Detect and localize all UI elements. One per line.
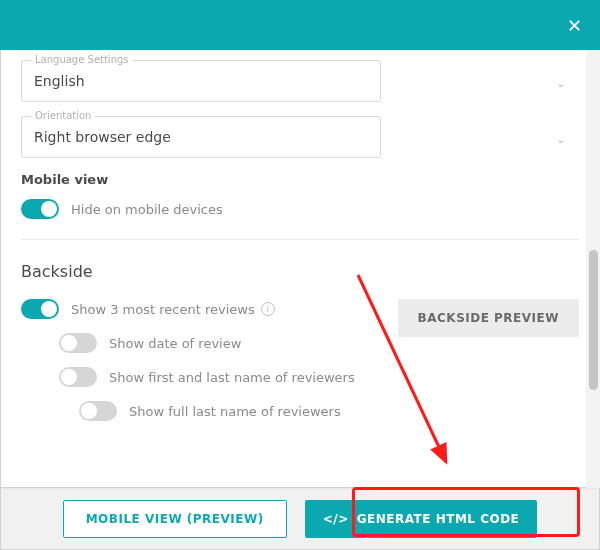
show-names-row: Show first and last name of reviewers [59, 367, 398, 387]
show-recent-toggle[interactable] [21, 299, 59, 319]
mobile-preview-button[interactable]: MOBILE VIEW (PREVIEW) [63, 500, 287, 538]
generate-label: GENERATE HTML CODE [357, 512, 520, 526]
code-icon: </> [323, 512, 349, 526]
backside-preview-button[interactable]: BACKSIDE PREVIEW [398, 299, 579, 337]
show-names-label: Show first and last name of reviewers [109, 370, 355, 385]
divider [21, 239, 579, 240]
orientation-label: Orientation [31, 110, 95, 121]
backside-row: Show 3 most recent reviews i Show date o… [21, 299, 579, 435]
show-full-last-row: Show full last name of reviewers [79, 401, 398, 421]
hide-mobile-label: Hide on mobile devices [71, 202, 223, 217]
language-label: Language Settings [31, 54, 133, 65]
generate-html-button[interactable]: </> GENERATE HTML CODE [305, 500, 538, 538]
scrollbar-thumb[interactable] [589, 250, 598, 390]
show-names-toggle[interactable] [59, 367, 97, 387]
chevron-down-icon: ⌄ [557, 78, 565, 89]
orientation-select[interactable]: Right browser edge [21, 116, 381, 158]
language-select[interactable]: English [21, 60, 381, 102]
mobile-view-heading: Mobile view [21, 172, 579, 187]
close-icon[interactable]: ✕ [567, 15, 582, 36]
backside-options: Show 3 most recent reviews i Show date o… [21, 299, 398, 435]
backside-heading: Backside [21, 262, 579, 281]
show-recent-row: Show 3 most recent reviews i [21, 299, 398, 319]
footer-actions: MOBILE VIEW (PREVIEW) </> GENERATE HTML … [0, 488, 600, 550]
show-full-last-label: Show full last name of reviewers [129, 404, 341, 419]
scrollable-content: Language Settings English ⌄ Orientation … [0, 50, 600, 488]
scrollbar-track [586, 50, 600, 488]
hide-mobile-toggle[interactable] [21, 199, 59, 219]
orientation-field-wrap: Orientation Right browser edge ⌄ [21, 116, 579, 158]
settings-content: Language Settings English ⌄ Orientation … [1, 60, 599, 455]
chevron-down-icon: ⌄ [557, 134, 565, 145]
modal-header: ✕ [0, 0, 600, 50]
hide-mobile-row: Hide on mobile devices [21, 199, 579, 219]
info-icon[interactable]: i [261, 302, 275, 316]
show-date-row: Show date of review [59, 333, 398, 353]
language-field-wrap: Language Settings English ⌄ [21, 60, 579, 102]
show-full-last-toggle[interactable] [79, 401, 117, 421]
show-date-toggle[interactable] [59, 333, 97, 353]
show-date-label: Show date of review [109, 336, 241, 351]
show-recent-label: Show 3 most recent reviews [71, 302, 255, 317]
